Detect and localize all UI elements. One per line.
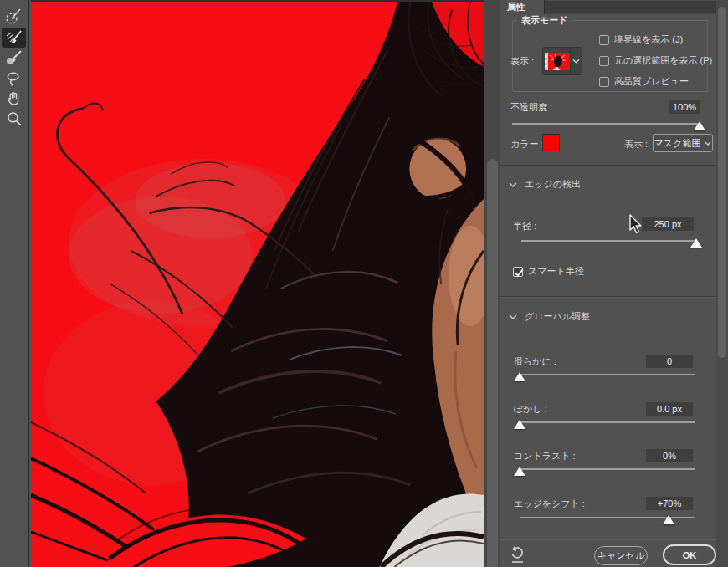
checkbox-row-show-original[interactable]: 元の選択範囲を表示 (P): [599, 55, 712, 66]
global-refine-title: グローバル調整: [525, 310, 590, 323]
show-edge-label: 境界線を表示 (J): [614, 33, 683, 46]
opacity-slider-handle[interactable]: [694, 121, 705, 130]
checkbox-row-high-quality[interactable]: 高品質プレビュー: [599, 76, 689, 87]
smooth-label: 滑らかに :: [514, 355, 556, 368]
cancel-button[interactable]: キャンセル: [594, 546, 648, 565]
show-original-checkbox[interactable]: [599, 56, 609, 66]
hand-tool[interactable]: [2, 89, 26, 109]
radius-label: 半径 :: [513, 220, 536, 232]
contrast-slider-handle[interactable]: [514, 467, 525, 476]
feather-value[interactable]: 0.0 px: [646, 402, 693, 416]
smooth-slider[interactable]: [520, 369, 695, 382]
contrast-label: コントラスト :: [514, 450, 576, 462]
contrast-slider-track[interactable]: [520, 468, 695, 470]
smooth-value[interactable]: 0: [646, 355, 693, 368]
refine-edge-brush-tool[interactable]: [2, 28, 26, 48]
separator: [500, 539, 716, 539]
view-mode-dropdown[interactable]: [542, 47, 582, 75]
opacity-value[interactable]: 100%: [669, 100, 700, 114]
masked-photo: [31, 0, 484, 567]
high-quality-checkbox[interactable]: [599, 77, 609, 87]
tool-sidebar: [0, 0, 29, 567]
tab-properties[interactable]: 属性: [500, 0, 544, 14]
indicates-dropdown[interactable]: マスク範囲: [653, 134, 713, 152]
smooth-slider-handle[interactable]: [514, 372, 525, 381]
image-canvas[interactable]: [31, 0, 484, 567]
lasso-tool[interactable]: [2, 69, 26, 89]
contrast-slider[interactable]: [520, 463, 695, 477]
show-as-label: 表示 :: [624, 138, 648, 151]
view-mode-legend: 表示モード: [517, 14, 572, 27]
feather-slider-handle[interactable]: [514, 420, 525, 429]
tab-bar: [544, 0, 716, 14]
color-label: カラー :: [510, 138, 544, 151]
indicates-value: マスク範囲: [654, 137, 701, 150]
panel-scrollbar-thumb[interactable]: [718, 7, 726, 358]
opacity-label: 不透明度 :: [510, 101, 552, 114]
view-label: 表示 :: [510, 55, 534, 68]
properties-panel: 属性 表示モード 表示 : 境界線を表示 (J) 元の選択範囲を表示 (P): [500, 0, 728, 567]
ok-button[interactable]: OK: [663, 544, 716, 565]
smooth-slider-track[interactable]: [520, 374, 695, 375]
show-edge-checkbox[interactable]: [599, 35, 609, 45]
canvas-scrollbar-thumb[interactable]: [487, 159, 498, 567]
magnifier-icon: [5, 110, 23, 128]
radius-value[interactable]: 250 px: [642, 217, 694, 231]
edge-detection-title: エッジの検出: [525, 178, 581, 191]
show-original-label: 元の選択範囲を表示 (P): [614, 54, 712, 67]
canvas-top-border: [31, 0, 484, 2]
edge-detection-header[interactable]: エッジの検出: [509, 178, 581, 191]
smart-radius-label: スマート半径: [528, 265, 584, 278]
chevron-down-icon: [509, 314, 517, 319]
feather-label: ぼかし :: [514, 403, 547, 416]
checkbox-row-show-edge[interactable]: 境界線を表示 (J): [599, 34, 683, 45]
quick-selection-tool[interactable]: [2, 7, 26, 27]
brush-tool[interactable]: [2, 49, 26, 69]
radius-slider-track[interactable]: [521, 240, 696, 242]
quick-selection-icon: [4, 7, 24, 27]
high-quality-label: 高品質プレビュー: [614, 75, 689, 88]
opacity-slider-track[interactable]: [512, 123, 700, 125]
canvas-scrollbar[interactable]: [484, 0, 500, 567]
radius-slider-handle[interactable]: [690, 238, 702, 248]
brush-icon: [4, 49, 24, 69]
shift-edge-label: エッジをシフト :: [514, 498, 585, 510]
smart-radius-row[interactable]: スマート半径: [513, 266, 584, 277]
shift-edge-slider[interactable]: [520, 512, 695, 525]
reset-icon: [510, 546, 525, 564]
reset-button[interactable]: [510, 546, 525, 567]
separator: [500, 296, 716, 297]
feather-slider-track[interactable]: [520, 421, 695, 423]
overlay-view-thumbnail-icon: [545, 53, 570, 70]
lasso-icon: [4, 69, 24, 89]
chevron-down-icon: [705, 141, 711, 146]
chevron-down-icon: [572, 59, 580, 64]
hand-icon: [5, 89, 23, 108]
shift-edge-slider-handle[interactable]: [663, 515, 674, 524]
separator: [500, 165, 716, 166]
global-refine-header[interactable]: グローバル調整: [509, 310, 590, 323]
smart-radius-checkbox[interactable]: [513, 267, 523, 277]
contrast-value[interactable]: 0%: [646, 449, 693, 462]
panel-scrollbar[interactable]: [716, 0, 728, 567]
zoom-tool[interactable]: [2, 109, 26, 129]
feather-slider[interactable]: [520, 416, 695, 430]
refine-edge-brush-icon: [4, 28, 24, 48]
opacity-slider[interactable]: [512, 118, 700, 131]
radius-slider[interactable]: [521, 235, 696, 248]
chevron-down-icon: [509, 182, 517, 187]
shift-edge-value[interactable]: +70%: [646, 497, 693, 510]
overlay-color-swatch[interactable]: [542, 134, 560, 151]
